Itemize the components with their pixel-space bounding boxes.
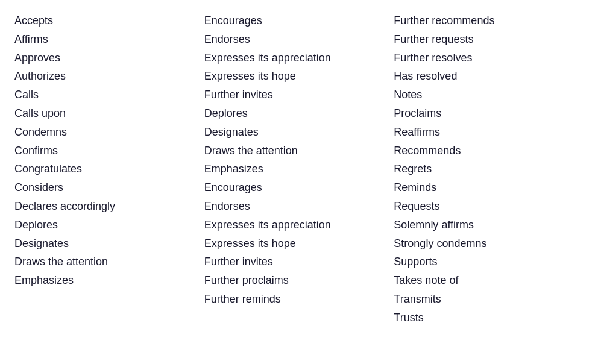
list-item: Further resolves — [394, 49, 584, 67]
list-item: Further recommends — [394, 12, 584, 30]
list-item: Trusts — [394, 309, 584, 327]
list-item: Notes — [394, 86, 584, 104]
list-item: Further proclaims — [204, 272, 394, 289]
list-item: Encourages — [204, 179, 394, 196]
main-content: AcceptsAffirmsApprovesAuthorizesCallsCal… — [14, 12, 584, 327]
list-item: Deplores — [204, 105, 394, 122]
list-item: Further requests — [394, 31, 584, 48]
list-item: Calls upon — [14, 105, 204, 122]
list-item: Calls — [14, 86, 204, 104]
list-item: Takes note of — [394, 272, 584, 289]
list-item: Designates — [14, 235, 204, 253]
list-item: Emphasizes — [14, 272, 204, 289]
list-item: Recommends — [394, 142, 584, 160]
list-item: Considers — [14, 179, 204, 196]
list-item: Regrets — [394, 160, 584, 178]
column-2: EncouragesEndorsesExpresses its apprecia… — [204, 12, 394, 327]
list-item: Designates — [204, 124, 394, 141]
list-item: Congratulates — [14, 160, 204, 178]
list-item: Draws the attention — [204, 142, 394, 160]
list-item: Approves — [14, 49, 204, 67]
list-item: Strongly condemns — [394, 235, 584, 253]
list-item: Expresses its hope — [204, 67, 394, 85]
list-item: Expresses its appreciation — [204, 49, 394, 67]
list-item: Supports — [394, 253, 584, 271]
column-3: Further recommendsFurther requestsFurthe… — [394, 12, 584, 327]
list-item: Encourages — [204, 12, 394, 30]
list-item: Emphasizes — [204, 160, 394, 178]
list-item: Reaffirms — [394, 124, 584, 141]
list-item: Declares accordingly — [14, 198, 204, 215]
list-item: Has resolved — [394, 67, 584, 85]
list-item: Confirms — [14, 142, 204, 160]
list-item: Expresses its hope — [204, 235, 394, 253]
list-item: Accepts — [14, 12, 204, 30]
list-item: Further invites — [204, 253, 394, 271]
list-item: Requests — [394, 198, 584, 215]
list-item: Proclaims — [394, 105, 584, 122]
list-item: Expresses its appreciation — [204, 216, 394, 234]
list-item: Endorses — [204, 31, 394, 48]
list-item: Affirms — [14, 31, 204, 48]
list-item: Further invites — [204, 86, 394, 104]
list-item: Solemnly affirms — [394, 216, 584, 234]
list-item: Authorizes — [14, 67, 204, 85]
list-item: Further reminds — [204, 290, 394, 308]
list-item: Condemns — [14, 124, 204, 141]
list-item: Deplores — [14, 216, 204, 234]
list-item: Endorses — [204, 198, 394, 215]
list-item: Draws the attention — [14, 253, 204, 271]
list-item: Reminds — [394, 179, 584, 196]
column-1: AcceptsAffirmsApprovesAuthorizesCallsCal… — [14, 12, 204, 327]
list-item: Transmits — [394, 290, 584, 308]
